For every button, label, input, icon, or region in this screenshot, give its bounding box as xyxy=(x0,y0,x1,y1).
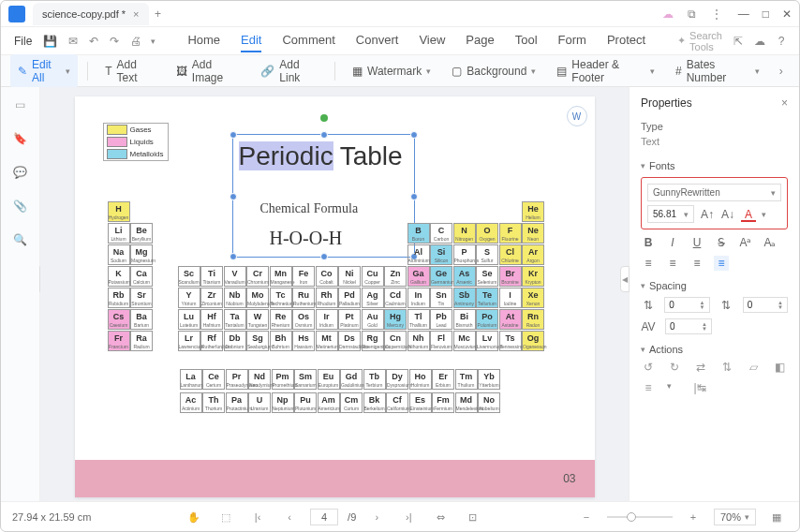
element-Pu[interactable]: PuPlutonium xyxy=(294,392,317,413)
element-Li[interactable]: LiLithium xyxy=(108,223,130,244)
hand-tool-icon[interactable]: ✋ xyxy=(186,510,201,525)
element-Ag[interactable]: AgSilver xyxy=(362,288,384,308)
fonts-section-header[interactable]: Fonts xyxy=(641,160,788,171)
element-I[interactable]: IIodine xyxy=(499,288,522,308)
element-Ru[interactable]: RuRuthenium xyxy=(292,288,315,308)
zoom-in-icon[interactable]: + xyxy=(686,510,701,525)
element-Np[interactable]: NpNeptunium xyxy=(272,392,294,413)
maximize-button[interactable]: □ xyxy=(763,7,769,21)
element-Be[interactable]: BeBeryllium xyxy=(130,223,153,244)
toolbar-scroll-right[interactable]: › xyxy=(773,65,790,78)
element-Pr[interactable]: PrPraseodymium xyxy=(226,369,248,390)
thumbnails-icon[interactable]: ▭ xyxy=(12,96,29,113)
element-Fe[interactable]: FeIron xyxy=(292,266,315,287)
element-Tc[interactable]: TcTechnetium xyxy=(270,288,292,308)
opacity-icon[interactable]: ◧ xyxy=(772,361,787,376)
element-Mn[interactable]: MnManganese xyxy=(270,266,292,287)
font-family-select[interactable]: GunnyRewritten▾ xyxy=(647,184,781,201)
next-page-icon[interactable]: › xyxy=(369,510,384,525)
element-Sb[interactable]: SbAntimony xyxy=(453,288,476,308)
element-Si[interactable]: SiSilicon xyxy=(430,244,452,265)
properties-close-icon[interactable]: × xyxy=(781,96,788,110)
title-text[interactable]: Periodic Table xyxy=(239,141,403,171)
element-Ds[interactable]: DsDarmstadtium xyxy=(338,331,361,351)
element-He[interactable]: HeHelium xyxy=(522,201,544,222)
edit-all-button[interactable]: ✎ Edit All ▾ xyxy=(10,54,78,88)
element-Rg[interactable]: RgRoentgenium xyxy=(362,331,384,351)
subscript-icon[interactable]: Aₐ xyxy=(763,235,778,250)
increase-font-icon[interactable]: A↑ xyxy=(700,207,715,222)
element-Ce[interactable]: CeCerium xyxy=(202,369,225,390)
element-Ra[interactable]: RaRadium xyxy=(130,331,153,351)
last-page-icon[interactable]: ›| xyxy=(401,510,416,525)
element-Cs[interactable]: CsCaesium xyxy=(108,309,130,330)
element-Co[interactable]: CoCobalt xyxy=(316,266,338,287)
element-Ta[interactable]: TaTantalum xyxy=(224,309,246,330)
print-dropdown[interactable]: ▾ xyxy=(151,37,156,46)
screenshot-icon[interactable]: ⧉ xyxy=(686,7,699,21)
element-K[interactable]: KPotassium xyxy=(108,266,130,287)
element-Pd[interactable]: PdPalladium xyxy=(338,288,361,308)
element-Er[interactable]: ErErbium xyxy=(432,369,454,390)
element-S[interactable]: SSulfur xyxy=(476,244,498,265)
element-Ba[interactable]: BaBarium xyxy=(130,309,153,330)
element-Ni[interactable]: NiNickel xyxy=(338,266,361,287)
spacing-before-input[interactable]: 0▲▼ xyxy=(664,297,709,313)
background-button[interactable]: ▢Background▾ xyxy=(444,61,543,81)
element-Pm[interactable]: PmPromethium xyxy=(272,369,294,390)
element-Ga[interactable]: GaGallium xyxy=(407,266,430,287)
ribbon-tab-page[interactable]: Page xyxy=(466,29,494,52)
close-window-button[interactable]: ✕ xyxy=(782,7,792,21)
char-spacing-input[interactable]: 0▲▼ xyxy=(665,318,712,334)
element-H[interactable]: HHydrogen xyxy=(108,201,130,222)
element-Lv[interactable]: LvLivermorium xyxy=(476,331,498,351)
ribbon-tab-tool[interactable]: Tool xyxy=(515,29,538,52)
element-O[interactable]: OOxygen xyxy=(476,223,498,244)
element-B[interactable]: BBoron xyxy=(407,223,430,244)
flip-v-icon[interactable]: ⇅ xyxy=(719,361,734,376)
element-Sn[interactable]: SnTin xyxy=(430,288,452,308)
select-tool-icon[interactable]: ⬚ xyxy=(218,510,233,525)
element-Tl[interactable]: TlThallium xyxy=(407,309,430,330)
element-As[interactable]: AsArsenic xyxy=(453,266,476,287)
fit-width-icon[interactable]: ⇔ xyxy=(433,510,448,525)
element-Fr[interactable]: FrFrancium xyxy=(108,331,130,351)
undo-icon[interactable]: ↶ xyxy=(89,34,98,49)
underline-icon[interactable]: U xyxy=(689,235,704,250)
comments-icon[interactable]: 💬 xyxy=(12,164,29,181)
element-No[interactable]: NoNobelium xyxy=(478,392,500,413)
element-Am[interactable]: AmAmericium xyxy=(318,392,340,413)
align-center-icon[interactable]: ≡ xyxy=(665,256,680,271)
element-Rb[interactable]: RbRubidium xyxy=(108,288,130,308)
bates-number-button[interactable]: #Bates Number▾ xyxy=(668,54,767,88)
add-text-button[interactable]: TAdd Text xyxy=(97,54,163,88)
element-Ar[interactable]: ArArgon xyxy=(522,244,544,265)
element-Hg[interactable]: HgMercury xyxy=(384,309,407,330)
element-Yb[interactable]: YbYtterbium xyxy=(478,369,500,390)
element-At[interactable]: AtAstatine xyxy=(499,309,522,330)
element-Au[interactable]: AuGold xyxy=(362,309,384,330)
element-Dy[interactable]: DyDysprosium xyxy=(386,369,408,390)
actions-section-header[interactable]: Actions xyxy=(641,344,788,355)
element-Fm[interactable]: FmFermium xyxy=(432,392,454,413)
element-C[interactable]: CCarbon xyxy=(430,223,452,244)
page-number-input[interactable]: 4 xyxy=(310,509,338,525)
spacing-after-input[interactable]: 0▲▼ xyxy=(743,297,788,313)
element-Eu[interactable]: EuEuropium xyxy=(318,369,340,390)
element-Cm[interactable]: CmCurium xyxy=(340,392,363,413)
element-Lu[interactable]: LuLutetium xyxy=(178,309,200,330)
open-external-icon[interactable]: ⇱ xyxy=(733,34,743,49)
more-icon[interactable]: ⋮ xyxy=(710,7,723,21)
cloud-icon[interactable]: ☁ xyxy=(661,7,674,21)
cloud-sync-icon[interactable]: ☁ xyxy=(754,34,765,49)
bookmarks-icon[interactable]: 🔖 xyxy=(12,130,29,147)
fit-page-icon[interactable]: ⊡ xyxy=(465,510,480,525)
element-Br[interactable]: BrBromine xyxy=(499,266,522,287)
element-Re[interactable]: ReRhenium xyxy=(270,309,292,330)
zoom-thumb[interactable] xyxy=(627,512,636,522)
element-P[interactable]: PPhosphorus xyxy=(453,244,476,265)
prev-page-icon[interactable]: ‹ xyxy=(282,510,297,525)
watermark-button[interactable]: ▦Watermark▾ xyxy=(345,61,438,81)
element-Xe[interactable]: XeXenon xyxy=(522,288,544,308)
element-Tb[interactable]: TbTerbium xyxy=(363,369,386,390)
